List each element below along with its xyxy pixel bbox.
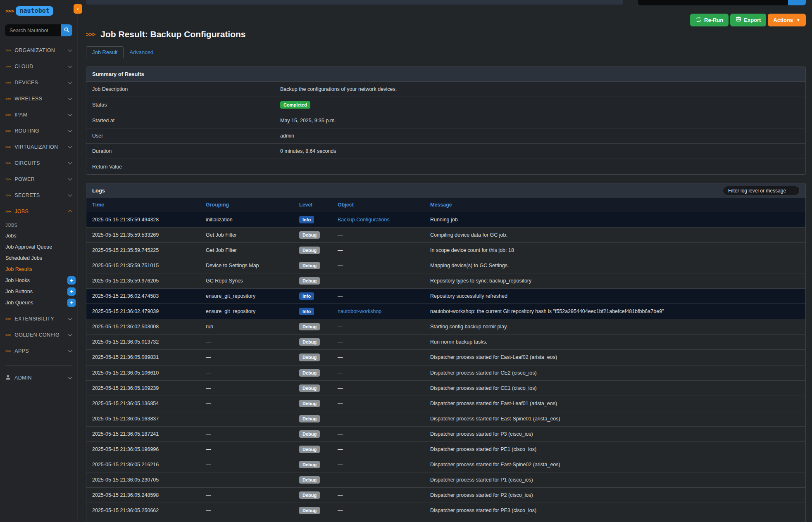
rerun-button[interactable]: Re-Run: [690, 14, 729, 26]
object-link[interactable]: Backup Configurations: [338, 217, 390, 223]
sidebar-subitem-job-results[interactable]: Job Results: [0, 263, 77, 275]
summary-panel: Summary of Results Job Description Backu…: [86, 66, 806, 175]
column-header-message[interactable]: Message: [425, 198, 805, 212]
sidebar-subitem-scheduled-jobs[interactable]: Scheduled Jobs: [0, 252, 77, 263]
sidebar-subitem-job-approval-queue[interactable]: Job Approval Queue: [0, 241, 77, 252]
log-grouping: —: [201, 457, 294, 472]
log-filter-input[interactable]: [723, 186, 800, 195]
top-search-button-clipped[interactable]: [788, 0, 806, 5]
sidebar-collapse-button[interactable]: ‹: [74, 4, 82, 14]
add-button[interactable]: +: [67, 276, 76, 285]
sidebar-subitem-label: Job Queues: [5, 300, 33, 306]
sidebar-section-wireless[interactable]: >>> WIRELESS: [0, 90, 77, 107]
sidebar-section-devices[interactable]: >>> DEVICES: [0, 74, 77, 90]
column-header-grouping[interactable]: Grouping: [201, 198, 294, 212]
log-time: 2025-05-15 21:36:02.474583: [86, 289, 201, 304]
log-level: Debug: [294, 472, 333, 488]
summary-row: Started at May 15, 2025, 9:35 p.m.: [86, 113, 805, 128]
log-message: Dispatcher process started for CE1 (cisc…: [425, 380, 805, 396]
export-button-label: Export: [744, 17, 761, 23]
sidebar-subitem-job-buttons[interactable]: Job Buttons +: [0, 286, 77, 297]
search-input[interactable]: [5, 24, 61, 36]
actions-button[interactable]: Actions ▼: [768, 14, 806, 26]
sidebar-section-label: POWER: [14, 176, 69, 182]
sidebar-section-virtualization[interactable]: >>> VIRTUALIZATION: [0, 139, 77, 155]
log-grouping: ensure_git_repository: [201, 289, 294, 304]
log-row: 2025-05-15 21:35:59.976205 GC Repo Syncs…: [86, 273, 805, 288]
log-time: 2025-05-15 21:35:59.751015: [86, 258, 201, 273]
log-level: Debug: [294, 335, 333, 350]
column-header-time[interactable]: Time: [86, 198, 201, 212]
title-row: >>> Job Result: Backup Configurations: [86, 29, 806, 39]
sidebar-subitem-jobs[interactable]: Jobs: [0, 230, 77, 241]
log-level: Debug: [294, 380, 333, 396]
sidebar-section-routing[interactable]: >>> ROUTING: [0, 123, 77, 139]
triple-chevron-icon: >>>: [5, 161, 11, 165]
search-button[interactable]: [61, 24, 72, 36]
sidebar-item-admin[interactable]: ADMIN: [0, 368, 77, 387]
sidebar-section-power[interactable]: >>> POWER: [0, 171, 77, 187]
chevron-down-icon: [68, 160, 72, 164]
sidebar-section-ipam[interactable]: >>> IPAM: [0, 107, 77, 123]
summary-row: User admin: [86, 128, 805, 144]
sidebar-section-circuits[interactable]: >>> CIRCUITS: [0, 155, 77, 171]
summary-row-value: Backup the configurations of your networ…: [274, 82, 805, 96]
log-object: —: [333, 442, 425, 457]
log-row: 2025-05-15 21:36:05.216216 — Debug — Dis…: [86, 457, 805, 472]
log-level: Debug: [294, 503, 333, 518]
log-row: 2025-05-15 21:36:05.250662 — Debug — Dis…: [86, 503, 805, 518]
add-button[interactable]: +: [67, 287, 76, 296]
sidebar-section-jobs[interactable]: >>> JOBS: [0, 203, 77, 219]
log-level: Debug: [294, 258, 333, 273]
tab-advanced[interactable]: Advanced: [124, 47, 159, 58]
log-object: —: [333, 319, 425, 335]
sidebar-section-organization[interactable]: >>> ORGANIZATION: [0, 42, 77, 58]
log-time: 2025-05-15 21:35:59.533269: [86, 227, 201, 242]
sidebar-section-extensibility[interactable]: >>> EXTENSIBILITY: [0, 311, 77, 327]
logs-panel-title: Logs: [92, 187, 105, 194]
triple-chevron-icon: >>>: [5, 97, 11, 101]
sidebar-subitem-label: Job Buttons: [5, 289, 33, 294]
sidebar-section-apps[interactable]: >>> APPS: [0, 343, 77, 359]
log-time: 2025-05-15 21:36:05.106610: [86, 365, 201, 380]
log-row: 2025-05-15 21:36:05.196996 — Debug — Dis…: [86, 442, 805, 457]
object-link[interactable]: nautobot-workshop: [338, 308, 381, 314]
chevron-down-icon: [68, 80, 72, 84]
sidebar-subitem-label: Jobs: [5, 233, 16, 239]
log-message: In scope device count for this job: 18: [425, 242, 805, 258]
sidebar-subitem-job-hooks[interactable]: Job Hooks +: [0, 275, 77, 286]
log-time: 2025-05-15 21:36:05.309877: [86, 518, 201, 522]
log-time: 2025-05-15 21:35:59.745225: [86, 242, 201, 258]
log-grouping: Get Job Filter: [201, 242, 294, 258]
search-icon: [64, 27, 69, 34]
triple-chevron-icon: >>>: [5, 145, 11, 149]
sidebar-section-label: CLOUD: [14, 64, 69, 69]
chevron-down-icon: [68, 96, 72, 100]
sidebar-section-label: WIRELESS: [14, 96, 69, 102]
level-badge: Debug: [299, 354, 320, 361]
summary-row-label: User: [86, 129, 274, 143]
sidebar-section-secrets[interactable]: >>> SECRETS: [0, 187, 77, 203]
tab-job-result[interactable]: Job Result: [86, 46, 124, 58]
sidebar-section-golden-config[interactable]: >>> GOLDEN CONFIG: [0, 327, 77, 343]
summary-row: Duration 0 minutes, 8.64 seconds: [86, 144, 805, 159]
column-header-level[interactable]: Level: [294, 198, 333, 212]
sidebar-section-cloud[interactable]: >>> CLOUD: [0, 58, 77, 74]
level-badge: Debug: [299, 369, 320, 377]
sidebar-section-label: IPAM: [14, 112, 69, 118]
summary-row-label: Job Description: [86, 82, 274, 96]
level-badge: Debug: [299, 338, 320, 346]
top-search-clipped: [638, 0, 806, 5]
summary-row-label: Duration: [86, 144, 274, 158]
sidebar-subitem-label: Job Hooks: [5, 278, 30, 283]
level-badge: Debug: [299, 323, 320, 330]
level-badge: Debug: [299, 507, 320, 514]
triple-chevron-icon: >>>: [5, 113, 11, 117]
top-strip: [86, 0, 806, 5]
sidebar-subitem-job-queues[interactable]: Job Queues +: [0, 297, 77, 308]
export-button[interactable]: Export: [730, 14, 766, 26]
add-button[interactable]: +: [67, 299, 76, 307]
chevron-down-icon: [68, 192, 72, 197]
column-header-object[interactable]: Object: [333, 198, 425, 212]
nautobot-logo[interactable]: nautobot: [16, 6, 53, 16]
